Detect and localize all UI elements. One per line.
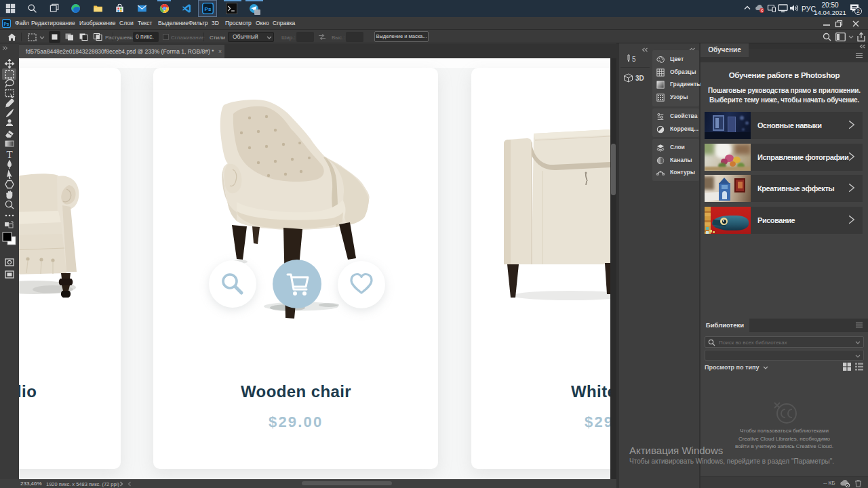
svg-text:Ps: Ps <box>205 6 212 12</box>
svg-text:Ps: Ps <box>4 22 9 26</box>
svg-text:T: T <box>6 149 12 160</box>
svg-text:5: 5 <box>632 56 636 63</box>
